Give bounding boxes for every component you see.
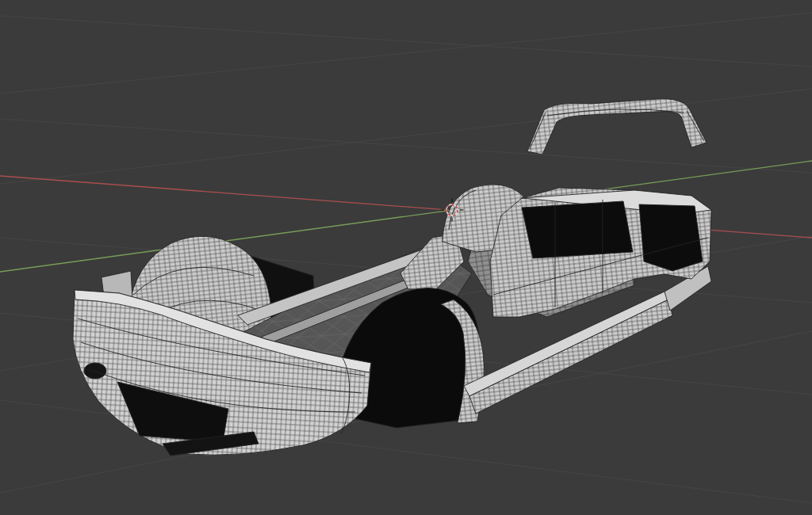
fog-lamp-opening (84, 363, 106, 379)
viewport-canvas[interactable] (0, 0, 812, 515)
rear-cockpit-opening (522, 201, 633, 258)
3d-viewport[interactable] (0, 0, 812, 515)
rear-right-wheel-opening (639, 204, 703, 271)
